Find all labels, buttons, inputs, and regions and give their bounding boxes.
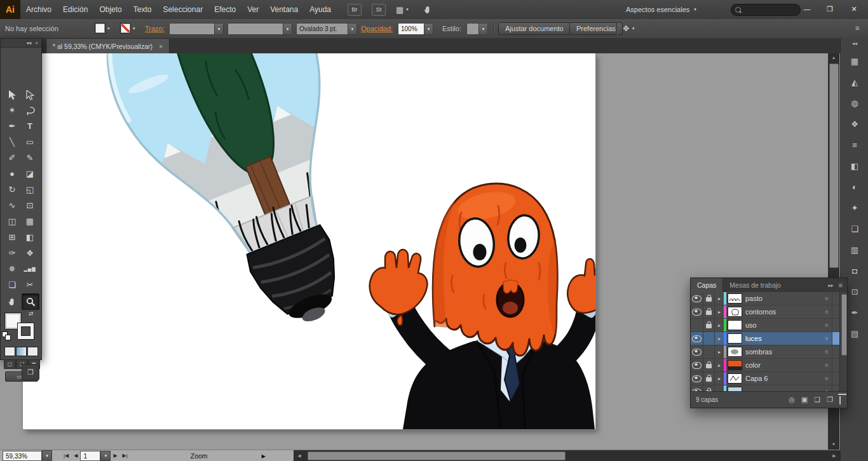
expand-icon[interactable]: ▸ — [715, 296, 724, 302]
color-panel-icon[interactable]: ▦ — [841, 53, 868, 70]
appearance-panel-icon[interactable]: ◍ — [841, 95, 868, 112]
fill-color-swatch[interactable]: ▾ — [95, 23, 110, 33]
draw-normal-button[interactable]: ▢ — [4, 359, 16, 369]
free-transform-tool[interactable]: ⊡ — [22, 198, 38, 213]
select-similar-button[interactable]: ✥ ▾ — [623, 19, 635, 38]
target-icon[interactable]: ○ — [822, 362, 832, 368]
direct-selection-tool[interactable] — [22, 87, 38, 102]
search-input[interactable] — [743, 6, 790, 14]
opacity-panel-link[interactable]: Opacidad: — [361, 19, 393, 38]
color-guide-panel-icon[interactable]: ◭ — [841, 74, 868, 91]
target-icon[interactable]: ○ — [822, 322, 832, 328]
selection-tool[interactable] — [4, 87, 20, 102]
slice-tool[interactable]: ✂ — [22, 277, 38, 293]
close-panel-icon[interactable]: × — [35, 40, 38, 46]
layer-name[interactable]: uso — [743, 321, 822, 329]
layers-scrollbar-thumb[interactable] — [841, 294, 847, 356]
scroll-right-icon[interactable]: ▶ — [830, 453, 839, 458]
eye-toggle[interactable] — [691, 292, 703, 305]
layer-name[interactable]: sombras — [743, 348, 822, 356]
gradient-panel-icon[interactable]: ◧ — [841, 158, 868, 175]
workspace-switcher[interactable]: Aspectos esenciales ▾ — [626, 0, 696, 19]
scroll-down-icon[interactable]: ▼ — [828, 442, 839, 446]
lock-toggle[interactable] — [703, 319, 715, 331]
layers-scrollbar[interactable] — [839, 292, 847, 392]
chevron-down-icon[interactable]: ▾ — [214, 23, 223, 34]
gesture-icon[interactable] — [423, 5, 432, 15]
layer-row[interactable]: ▸ contornos ○ — [691, 305, 840, 319]
lock-toggle[interactable] — [703, 332, 715, 345]
panel-menu-icon[interactable]: ≡ — [839, 281, 843, 289]
chevron-down-icon[interactable]: ▾ — [478, 23, 487, 34]
last-artboard-button[interactable]: ▶| — [120, 450, 130, 461]
perspective-grid-tool[interactable]: ▦ — [22, 214, 38, 229]
status-menu-arrow-icon[interactable]: ▶ — [262, 453, 266, 459]
blob-brush-tool[interactable]: ● — [4, 166, 20, 182]
lock-toggle[interactable] — [703, 292, 715, 305]
tab-close-icon[interactable]: × — [159, 43, 163, 50]
paintbrush-tool[interactable]: ✐ — [4, 150, 20, 166]
next-artboard-button[interactable]: ▶ — [111, 450, 119, 461]
menu-edicion[interactable]: Edición — [57, 0, 93, 19]
expand-icon[interactable]: ▸ — [715, 323, 724, 328]
magic-wand-tool[interactable]: ✶ — [4, 103, 20, 118]
target-icon[interactable]: ○ — [822, 349, 832, 355]
none-mode-button[interactable] — [28, 347, 37, 356]
stroke-color-well[interactable] — [18, 323, 34, 339]
lock-toggle[interactable] — [703, 345, 715, 358]
zoom-control[interactable]: 59,33% ▾ — [3, 450, 52, 461]
zoom-dropdown-icon[interactable]: ▾ — [42, 450, 52, 461]
artboards-panel-icon[interactable]: ❏ — [841, 221, 868, 237]
layer-name[interactable]: luces — [743, 335, 822, 342]
eye-toggle[interactable] — [691, 359, 703, 371]
shape-builder-tool[interactable]: ◫ — [4, 214, 20, 229]
layer-name[interactable]: color — [743, 361, 822, 369]
status-display[interactable]: Zoom — [191, 452, 208, 460]
pencil-tool[interactable]: ✎ — [22, 150, 38, 166]
lock-toggle[interactable] — [703, 359, 715, 371]
expand-icon[interactable]: ▸ — [715, 349, 724, 355]
chevron-down-icon[interactable]: ▾ — [424, 23, 433, 34]
column-graph-tool[interactable]: ▂▅▇ — [22, 262, 38, 277]
app-logo[interactable]: Ai — [0, 0, 20, 19]
layer-row[interactable]: ▸ sombras ○ — [691, 345, 840, 359]
layer-row[interactable]: ▸ Capa 6 ○ — [691, 372, 840, 385]
stock-button[interactable]: St — [372, 4, 386, 16]
scroll-left-icon[interactable]: ◀ — [295, 453, 304, 458]
hand-tool[interactable] — [4, 293, 20, 309]
layer-name[interactable]: pasto — [743, 295, 822, 302]
pen-tool[interactable]: ✒ — [4, 119, 20, 134]
menu-texto[interactable]: Texto — [128, 0, 158, 19]
type-tool[interactable]: T — [22, 119, 38, 134]
horizontal-scrollbar-thumb[interactable] — [308, 451, 566, 460]
clipping-mask-icon[interactable]: ▣ — [801, 396, 808, 404]
layer-row[interactable]: ▸ uso ○ — [691, 319, 840, 332]
target-icon[interactable]: ○ — [822, 335, 832, 342]
rotate-tool[interactable]: ↻ — [4, 182, 20, 197]
graphic-styles-panel-icon[interactable]: ❖ — [841, 116, 868, 133]
preferences-button[interactable]: Preferencias — [569, 22, 623, 35]
lasso-tool[interactable] — [22, 103, 38, 118]
scale-tool[interactable]: ◱ — [22, 182, 38, 197]
vertical-scrollbar-thumb[interactable] — [829, 63, 839, 268]
minimize-button[interactable]: — — [798, 3, 816, 15]
tab-capas[interactable]: Capas — [691, 278, 723, 292]
artboard-dropdown-icon[interactable]: ▾ — [100, 451, 111, 461]
opacity-combo[interactable]: 100% ▾ — [398, 23, 433, 35]
align-panel-icon[interactable]: ▥ — [841, 242, 868, 258]
blend-tool[interactable]: ❖ — [22, 246, 38, 261]
menu-ayuda[interactable]: Ayuda — [304, 0, 337, 19]
expand-icon[interactable]: ▸ — [715, 376, 724, 382]
scroll-up-icon[interactable]: ▲ — [828, 55, 839, 60]
color-mode-button[interactable] — [5, 347, 15, 356]
fit-document-button[interactable]: Ajustar documento — [498, 22, 571, 35]
zoom-tool[interactable] — [22, 293, 39, 310]
rectangle-tool[interactable]: ▭ — [22, 135, 38, 150]
zoom-value-field[interactable]: 59,33% — [3, 451, 42, 461]
target-icon[interactable]: ○ — [822, 309, 832, 315]
expand-icon[interactable]: ▸ — [715, 309, 724, 315]
new-layer-icon[interactable]: ❐ — [827, 396, 833, 404]
lock-toggle[interactable] — [703, 372, 715, 385]
eye-toggle[interactable] — [691, 332, 703, 345]
layer-row[interactable]: ▸ color ○ — [691, 359, 840, 372]
